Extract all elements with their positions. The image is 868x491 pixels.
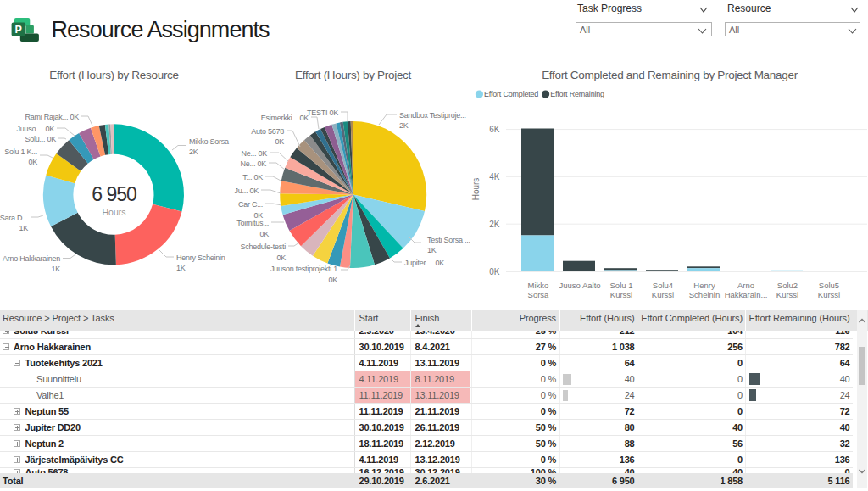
svg-text:Mikko Sorsa: Mikko Sorsa (189, 137, 229, 146)
svg-text:Solu5: Solu5 (819, 281, 839, 290)
svg-text:4K: 4K (489, 172, 500, 181)
svg-text:0K: 0K (253, 211, 263, 220)
svg-text:Effort Remaining: Effort Remaining (550, 90, 604, 98)
svg-text:Hours: Hours (102, 207, 125, 217)
svg-text:Schedule-testi: Schedule-testi (240, 243, 286, 251)
svg-text:Effort (Hours) by Resource: Effort (Hours) by Resource (49, 69, 179, 81)
svg-text:Solu4: Solu4 (653, 281, 673, 290)
svg-text:Esimerkki... 0K: Esimerkki... 0K (261, 114, 309, 122)
svg-text:0K: 0K (276, 254, 286, 262)
svg-text:Kurssi: Kurssi (818, 290, 840, 299)
svg-text:Solu 1: Solu 1 (610, 281, 633, 290)
svg-text:Auto 5678: Auto 5678 (251, 127, 284, 136)
svg-text:Juuso ... 0K: Juuso ... 0K (16, 125, 54, 133)
svg-text:Scheinin: Scheinin (689, 290, 720, 299)
svg-text:Arno: Arno (737, 281, 754, 290)
svg-text:1K: 1K (427, 246, 437, 254)
svg-text:Effort Completed and Remaining: Effort Completed and Remaining by Projec… (542, 69, 798, 81)
svg-text:Sorsa: Sorsa (528, 290, 550, 299)
svg-text:0K: 0K (28, 158, 37, 166)
svg-text:Kurssi: Kurssi (776, 290, 798, 299)
svg-text:Testi Sorsa ...: Testi Sorsa ... (427, 236, 470, 244)
svg-text:Rami Rajak... 0K: Rami Rajak... 0K (25, 113, 79, 121)
svg-text:0K: 0K (489, 267, 500, 276)
svg-text:0K: 0K (275, 137, 284, 146)
svg-text:2K: 2K (189, 148, 198, 156)
svg-text:Effort Completed: Effort Completed (484, 90, 538, 98)
svg-text:Ne... 0K: Ne... 0K (240, 159, 266, 168)
svg-text:Solu2: Solu2 (777, 281, 798, 290)
svg-text:Hours: Hours (471, 178, 481, 201)
svg-text:1K: 1K (51, 265, 60, 273)
svg-text:Juuson testiprojekti 1: Juuson testiprojekti 1 (270, 265, 337, 273)
svg-text:Sara D...: Sara D... (0, 214, 28, 222)
svg-text:Sandbox Testiproje...: Sandbox Testiproje... (399, 111, 466, 120)
svg-text:Ju... 0K: Ju... 0K (234, 187, 259, 195)
svg-text:6 950: 6 950 (92, 183, 136, 205)
svg-text:Solu 1 K...: Solu 1 K... (4, 148, 37, 156)
svg-text:TESTI 0K: TESTI 0K (307, 109, 338, 117)
svg-text:Kurssi: Kurssi (610, 290, 632, 299)
svg-text:6K: 6K (489, 125, 500, 134)
svg-text:T... 0K: T... 0K (242, 173, 263, 181)
svg-text:Mikko: Mikko (528, 281, 549, 290)
svg-text:Car C...: Car C... (238, 200, 263, 209)
svg-text:0K: 0K (259, 230, 269, 238)
svg-text:2K: 2K (489, 220, 500, 229)
svg-text:P: P (14, 24, 21, 36)
svg-text:Effort (Hours) by Project: Effort (Hours) by Project (295, 69, 412, 81)
svg-text:0K: 0K (328, 276, 337, 284)
svg-text:Hakkarain...: Hakkarain... (725, 290, 768, 299)
svg-text:Toimitus...: Toimitus... (236, 219, 269, 227)
svg-text:Kurssi: Kurssi (652, 290, 674, 299)
svg-text:1K: 1K (176, 264, 186, 272)
svg-text:Solu... 0K: Solu... 0K (25, 135, 56, 143)
svg-text:Arno Hakkarainen: Arno Hakkarainen (3, 254, 60, 263)
svg-text:Ne... 0K: Ne... 0K (241, 149, 267, 158)
svg-text:2K: 2K (399, 121, 409, 130)
svg-text:Jupiter ... 0K: Jupiter ... 0K (404, 259, 444, 267)
svg-text:Juuso Aalto: Juuso Aalto (559, 281, 600, 290)
svg-text:1K: 1K (19, 224, 28, 232)
svg-text:Henry: Henry (693, 281, 715, 290)
svg-text:Henry Scheinin: Henry Scheinin (176, 254, 225, 262)
